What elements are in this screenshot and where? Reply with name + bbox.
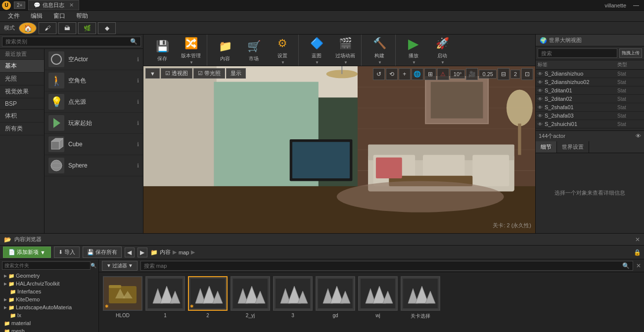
tree-kitedemo[interactable]: ▶ 📁 KiteDemo bbox=[2, 295, 96, 303]
save-all-button[interactable]: 💾 保存所有 bbox=[83, 247, 122, 258]
play-button[interactable]: ▶ 播放 ▼ bbox=[400, 35, 427, 67]
tree-search-input[interactable] bbox=[2, 261, 91, 270]
content-item-gd[interactable]: gd bbox=[316, 276, 355, 318]
title-tab[interactable]: 💬 信息日志 ✕ bbox=[28, 0, 79, 10]
eye-toggle[interactable]: 👁 bbox=[636, 133, 641, 139]
actor-sphere[interactable]: Sphere ℹ bbox=[45, 155, 143, 176]
cam-tool[interactable]: 🎥 bbox=[466, 68, 478, 80]
search-input[interactable] bbox=[5, 39, 130, 44]
cat-visual[interactable]: 视觉效果 bbox=[0, 85, 44, 98]
eye-icon: 👁 bbox=[538, 113, 543, 119]
tree-lx[interactable]: 📁 lx bbox=[2, 311, 96, 319]
actor-cube[interactable]: Cube ℹ bbox=[45, 134, 143, 155]
outliner-row[interactable]: 👁 S_2shafa01 Stat bbox=[536, 103, 644, 112]
menu-edit[interactable]: 编辑 bbox=[26, 11, 47, 21]
outliner-header: 🌍 世界大纲视图 bbox=[536, 35, 644, 46]
minimize-button[interactable]: — bbox=[630, 2, 642, 9]
launch-button[interactable]: 🚀 启动 ▼ bbox=[428, 35, 456, 67]
maximize-viewport[interactable]: ⊡ bbox=[521, 68, 533, 80]
cat-light[interactable]: 光照 bbox=[0, 73, 44, 85]
tree-material[interactable]: 📁 material bbox=[2, 319, 96, 327]
content-item-2yj[interactable]: 2_yj bbox=[230, 276, 270, 318]
cat-basic[interactable]: 基本 bbox=[0, 60, 44, 73]
mode-paint[interactable]: 🖌 bbox=[39, 22, 56, 34]
cat-volume[interactable]: 体积 bbox=[0, 110, 44, 123]
rotate-tool[interactable]: ↺ bbox=[373, 68, 385, 80]
move-tool[interactable]: + bbox=[399, 68, 411, 80]
mode-foliage[interactable]: 🌿 bbox=[78, 22, 96, 34]
outliner-row[interactable]: 👁 S_2shuichi01 Stat bbox=[536, 120, 644, 128]
add-new-arrow: ▼ bbox=[40, 249, 46, 255]
version-button[interactable]: 🔀 版本管理 ▼ bbox=[177, 35, 205, 67]
tree-mesh[interactable]: 📁 mesh bbox=[2, 327, 96, 332]
close-button[interactable]: ✕ bbox=[635, 236, 640, 243]
player-start-label: 玩家起始 bbox=[68, 119, 133, 127]
search-map-box[interactable]: 🔍 bbox=[140, 261, 633, 271]
scale-tool[interactable]: ⟲ bbox=[386, 68, 398, 80]
viewport-dropdown[interactable]: ▼ bbox=[145, 68, 160, 79]
scene-svg bbox=[143, 66, 535, 233]
nav-back-button[interactable]: ◀ bbox=[125, 248, 135, 257]
viewport[interactable]: ▼ ☑ 透视图 ☑ 带光照 显示 ↺ ⟲ + bbox=[143, 66, 535, 233]
content-item-3[interactable]: 3 bbox=[273, 276, 313, 318]
actor-empty-character[interactable]: 🚶 空角色 ℹ bbox=[45, 70, 143, 91]
content-item-1[interactable]: 1 bbox=[145, 276, 185, 318]
actor-empty-actor[interactable]: 空Actor ℹ bbox=[45, 49, 143, 70]
build-button[interactable]: 🔨 构建 ▼ bbox=[366, 35, 393, 67]
menu-window[interactable]: 窗口 bbox=[48, 11, 70, 21]
mode-geometry[interactable]: ◆ bbox=[98, 22, 116, 34]
content-button[interactable]: 📁 内容 bbox=[211, 37, 239, 64]
grid-tool[interactable]: ⊞ bbox=[424, 68, 436, 80]
tab-details[interactable]: 细节 bbox=[536, 141, 557, 153]
layers-tool[interactable]: ⊟ bbox=[498, 68, 509, 80]
search-map-input[interactable] bbox=[144, 263, 622, 269]
blueprint-button[interactable]: 🔷 蓝图 ▼ bbox=[303, 35, 330, 67]
cat-all[interactable]: 所有类 bbox=[0, 123, 44, 135]
warning-tool[interactable]: ⚠ bbox=[437, 68, 449, 80]
content-item-hlod[interactable]: ✱ HLOD bbox=[103, 276, 142, 318]
outliner-row[interactable]: 👁 S_2dianshizhuo02 Stat bbox=[536, 78, 644, 86]
perspective-dropdown[interactable]: ☑ 透视图 bbox=[161, 68, 192, 79]
outliner-row[interactable]: 👁 S_2ditan01 Stat bbox=[536, 86, 644, 95]
drag-upload-button[interactable]: 拖拽上传 bbox=[619, 48, 642, 58]
eye-icon: 👁 bbox=[538, 88, 543, 93]
close-icon[interactable]: ✕ bbox=[69, 2, 74, 8]
tree-hal[interactable]: ▶ 📁 HALArchvizToolkit bbox=[2, 280, 96, 288]
show-dropdown[interactable]: 显示 bbox=[226, 68, 246, 79]
lighting-dropdown[interactable]: ☑ 带光照 bbox=[193, 68, 225, 79]
path-map[interactable]: map bbox=[179, 249, 189, 255]
settings-button[interactable]: ⚙ 设置 ▼ bbox=[269, 35, 296, 67]
nav-forward-button[interactable]: ▶ bbox=[138, 248, 147, 257]
content-item-guanka[interactable]: 关卡选择 bbox=[401, 276, 440, 320]
menu-help[interactable]: 帮助 bbox=[71, 11, 93, 21]
tree-geometry[interactable]: ▶ 📁 Geometry bbox=[2, 272, 96, 280]
market-button[interactable]: 🛒 市场 bbox=[240, 37, 268, 64]
cinematic-button[interactable]: 🎬 过场动画 ▼ bbox=[331, 35, 359, 67]
path-content[interactable]: 内容 bbox=[160, 249, 171, 256]
tab-world-settings[interactable]: 世界设置 bbox=[557, 141, 589, 153]
world-tool[interactable]: 🌐 bbox=[412, 68, 423, 80]
outliner-search-input[interactable] bbox=[538, 48, 617, 58]
actor-point-light[interactable]: 💡 点光源 ℹ bbox=[45, 91, 143, 113]
add-new-button[interactable]: 📄 添加新项 ▼ bbox=[3, 247, 51, 258]
cat-bsp[interactable]: BSP bbox=[0, 98, 44, 110]
content-item-2[interactable]: ✱ 2 bbox=[188, 276, 228, 318]
menu-file[interactable]: 文件 bbox=[3, 11, 25, 21]
save-button[interactable]: 💾 保存 bbox=[148, 37, 176, 64]
tree-interfaces[interactable]: 📁 Interfaces bbox=[2, 288, 96, 295]
player-start-info: ℹ bbox=[137, 120, 139, 126]
content-item-wj[interactable]: wj bbox=[358, 276, 398, 318]
tree-landscape[interactable]: ▶ 📁 LandscapeAutoMateria bbox=[2, 303, 96, 311]
outliner-row[interactable]: 👁 S_2shafa03 Stat bbox=[536, 112, 644, 120]
actor-player-start[interactable]: 玩家起始 ℹ bbox=[45, 113, 143, 134]
filter-arrow: ▼ bbox=[128, 263, 133, 268]
mode-place[interactable]: 🏠 bbox=[19, 22, 37, 34]
search-map-clear[interactable]: ✕ bbox=[636, 262, 641, 269]
mode-landscape[interactable]: 🏔 bbox=[58, 22, 76, 34]
filter-button[interactable]: ▼ 过滤器 ▼ bbox=[102, 261, 138, 271]
outliner-row[interactable]: 👁 S_2ditan02 Stat bbox=[536, 95, 644, 103]
search-box[interactable]: 🔍 bbox=[2, 37, 141, 46]
outliner-row[interactable]: 👁 S_2dianshizhuo Stat bbox=[536, 70, 644, 78]
import-button[interactable]: ⬇ 导入 bbox=[54, 247, 80, 258]
tree-folder-icon: 📁 bbox=[8, 305, 14, 310]
